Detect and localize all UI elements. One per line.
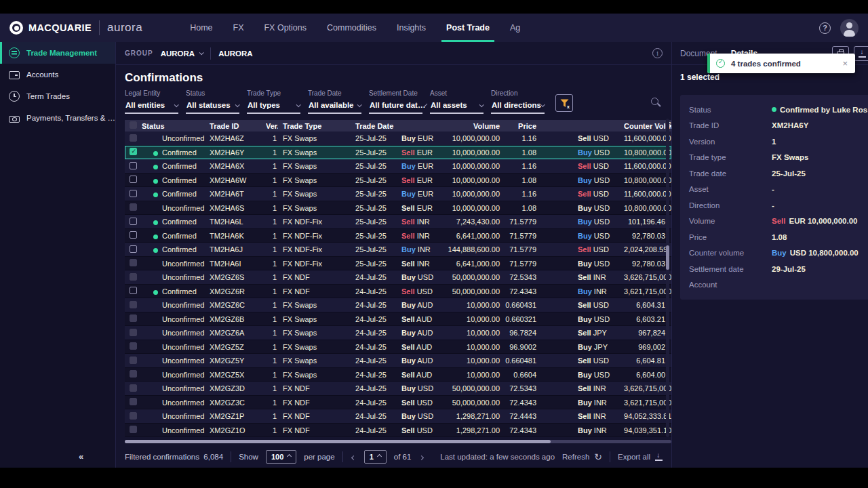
direction-cell: Sell EUR <box>395 148 446 157</box>
clear-filters-button[interactable]: x <box>555 94 573 112</box>
table-row[interactable]: Unconfirmed XM2GZ5X 1 FX Swaps 24-Jul-25… <box>125 368 671 382</box>
table-row[interactable]: Confirmed XM2HA6T 1 FX Swaps 25-Jul-25 B… <box>125 187 671 201</box>
help-icon[interactable] <box>819 22 831 34</box>
col-trade-date[interactable]: Trade Date <box>350 122 395 130</box>
row-checkbox[interactable] <box>130 273 137 281</box>
prev-page-button[interactable] <box>351 453 357 461</box>
price-cell: 72.5343 <box>502 273 578 281</box>
row-checkbox[interactable] <box>130 398 137 405</box>
volume-cell: 50,000,000.00 <box>446 399 502 407</box>
table-row[interactable]: Confirmed TM2HA6L 1 FX NDF-Fix 25-Jul-25… <box>125 215 671 229</box>
row-checkbox[interactable] <box>130 314 137 322</box>
table-row[interactable]: Confirmed TM2HA6J 1 FX NDF-Fix 25-Jul-25… <box>125 243 671 257</box>
col-trade-id[interactable]: Trade ID <box>206 122 266 130</box>
sidebar-item-trade-management[interactable]: Trade Management <box>0 42 115 64</box>
table-row[interactable]: Confirmed XM2GZ6R 1 FX NDF 24-Jul-25 Sel… <box>125 285 671 299</box>
row-checkbox[interactable] <box>130 412 137 420</box>
row-checkbox[interactable] <box>130 148 137 155</box>
table-row[interactable]: Confirmed XM2HA6W 1 FX Swaps 25-Jul-25 S… <box>125 174 671 188</box>
page-size-select[interactable]: 100 <box>266 450 296 464</box>
col-version[interactable]: Ver. <box>266 122 278 130</box>
filter-legal-entity[interactable]: Legal Entity All entities <box>125 89 186 114</box>
table-row[interactable]: Unconfirmed XM2GZ1O 1 FX NDF 24-Jul-25 S… <box>125 424 671 438</box>
table-row[interactable]: Unconfirmed XM2GZ5Z 1 FX Swaps 24-Jul-25… <box>125 340 671 354</box>
sidebar-item-payments-transfers[interactable]: Payments, Transfers & … <box>0 107 115 129</box>
row-checkbox[interactable] <box>130 342 137 350</box>
table-row[interactable]: Unconfirmed XM2GZ3D 1 FX NDF 24-Jul-25 B… <box>125 382 671 396</box>
table-row[interactable]: Unconfirmed XM2GZ6A 1 FX Swaps 24-Jul-25… <box>125 326 671 340</box>
select-all-checkbox[interactable] <box>130 121 137 129</box>
table-row[interactable]: Unconfirmed XM2GZ3C 1 FX NDF 24-Jul-25 S… <box>125 396 671 410</box>
filter-direction[interactable]: Direction All directions <box>491 89 552 114</box>
row-checkbox[interactable] <box>130 384 137 392</box>
col-trade-type[interactable]: Trade Type <box>278 122 350 130</box>
horizontal-scrollbar[interactable] <box>125 440 671 443</box>
detail-row-trade-id: Trade ID XM2HA6Y <box>689 118 868 134</box>
nav-item-post-trade[interactable]: Post Trade <box>441 14 495 42</box>
row-checkbox[interactable] <box>130 287 137 294</box>
vertical-scroll-thumb[interactable] <box>666 245 669 270</box>
filter-trade-type[interactable]: Trade Type All types <box>247 89 308 114</box>
table-row[interactable]: Unconfirmed TM2HA6I 1 FX NDF-Fix 25-Jul-… <box>125 257 671 271</box>
row-checkbox[interactable] <box>130 259 137 266</box>
col-status[interactable]: Status <box>142 122 206 130</box>
counter-direction-cell: Sell INR <box>578 412 624 420</box>
table-row[interactable]: Unconfirmed XM2GZ5Y 1 FX Swaps 24-Jul-25… <box>125 354 671 368</box>
filter-status[interactable]: Status All statuses <box>186 89 247 114</box>
row-checkbox[interactable] <box>130 426 137 433</box>
row-checkbox[interactable] <box>130 134 137 142</box>
table-row[interactable]: Unconfirmed XM2GZ1P 1 FX NDF 24-Jul-25 B… <box>125 409 671 424</box>
page-number-input[interactable]: 1 <box>364 450 387 464</box>
filter-settlement-date[interactable]: Settlement Date All future dat… <box>369 89 430 114</box>
row-checkbox[interactable] <box>130 370 137 378</box>
row-checkbox[interactable] <box>130 162 137 169</box>
filter-trade-date[interactable]: Trade Date All available <box>308 89 369 114</box>
table-row[interactable]: Confirmed TM2HA6K 1 FX NDF-Fix 25-Jul-25… <box>125 229 671 243</box>
row-checkbox[interactable] <box>130 190 137 197</box>
table-row[interactable]: Confirmed XM2HA6Y 1 FX Swaps 25-Jul-25 S… <box>125 146 671 160</box>
status-cell: Unconfirmed <box>142 315 206 323</box>
next-page-button[interactable] <box>418 453 425 461</box>
toast-close-icon[interactable]: × <box>842 58 848 68</box>
vertical-scrollbar[interactable] <box>666 119 669 437</box>
col-counter-volume[interactable]: Counter Volume <box>624 122 671 130</box>
version-cell: 1 <box>266 148 278 157</box>
sidebar-collapse-button[interactable]: « <box>79 451 83 462</box>
user-avatar[interactable] <box>840 19 859 37</box>
chevron-down-icon <box>479 102 484 107</box>
row-checkbox[interactable] <box>130 245 137 253</box>
direction-cell: Sell AUD <box>395 371 446 379</box>
nav-item-home[interactable]: Home <box>184 14 218 42</box>
filter-asset[interactable]: Asset All assets <box>430 89 491 114</box>
row-checkbox[interactable] <box>130 176 137 183</box>
nav-item-fx-options[interactable]: FX Options <box>258 14 312 42</box>
table-row[interactable]: Unconfirmed XM2HA6S 1 FX Swaps 25-Jul-25… <box>125 201 671 216</box>
sidebar-item-accounts[interactable]: Accounts <box>0 64 115 85</box>
table-row[interactable]: Unconfirmed XM2GZ6C 1 FX Swaps 24-Jul-25… <box>125 298 671 312</box>
horizontal-scroll-thumb[interactable] <box>125 440 551 443</box>
row-checkbox[interactable] <box>130 231 137 239</box>
download-button[interactable] <box>854 46 868 61</box>
sidebar-item-term-trades[interactable]: Term Trades <box>0 85 115 107</box>
row-checkbox[interactable] <box>130 329 137 336</box>
nav-item-ag[interactable]: Ag <box>505 14 526 42</box>
export-all-button[interactable]: Export all <box>618 453 663 461</box>
col-volume[interactable]: Volume <box>446 122 502 130</box>
direction-cell: Buy EUR <box>395 190 446 198</box>
row-checkbox[interactable] <box>130 301 137 308</box>
row-checkbox[interactable] <box>130 218 137 225</box>
table-row[interactable]: Unconfirmed XM2GZ6B 1 FX Swaps 24-Jul-25… <box>125 312 671 327</box>
nav-item-commodities[interactable]: Commodities <box>321 14 382 42</box>
search-icon[interactable] <box>651 98 658 105</box>
row-checkbox[interactable] <box>130 203 137 211</box>
nav-item-fx[interactable]: FX <box>228 14 250 42</box>
table-row[interactable]: Unconfirmed XM2HA6Z 1 FX Swaps 25-Jul-25… <box>125 131 671 146</box>
nav-item-insights[interactable]: Insights <box>391 14 431 42</box>
info-icon[interactable] <box>652 48 663 58</box>
group-dropdown[interactable]: AURORA <box>161 49 203 58</box>
refresh-button[interactable]: Refresh↻ <box>562 452 602 462</box>
col-price[interactable]: Price <box>502 122 578 130</box>
table-row[interactable]: Unconfirmed XM2GZ6S 1 FX NDF 24-Jul-25 B… <box>125 270 671 285</box>
table-row[interactable]: Confirmed XM2HA6X 1 FX Swaps 25-Jul-25 B… <box>125 159 671 174</box>
row-checkbox[interactable] <box>130 357 137 364</box>
